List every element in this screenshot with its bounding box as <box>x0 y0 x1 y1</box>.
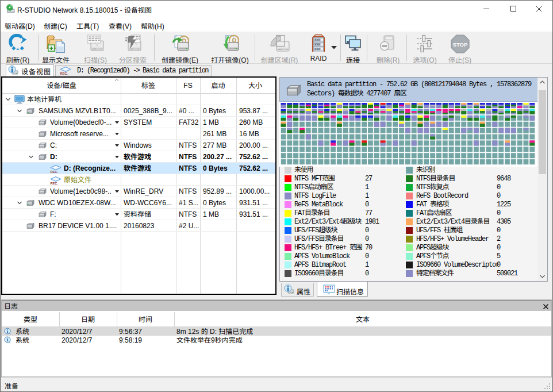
svg-text:REC.: REC. <box>60 72 68 75</box>
svg-text:REC.: REC. <box>51 182 59 185</box>
svg-text:REC.: REC. <box>51 170 59 173</box>
svg-text:STOP: STOP <box>452 41 467 48</box>
